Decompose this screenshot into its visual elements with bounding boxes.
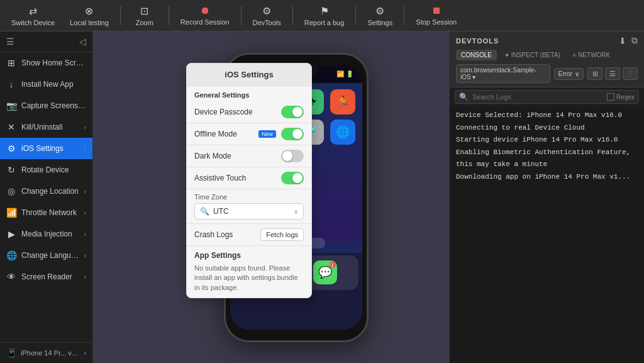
search-input[interactable] bbox=[472, 93, 603, 101]
sidebar-item-label: Screen Reader bbox=[21, 272, 79, 281]
app-icon-fitness[interactable]: 🏃 bbox=[330, 89, 355, 114]
regex-checkbox[interactable] bbox=[607, 93, 614, 101]
rotate-icon: ↻ bbox=[6, 165, 16, 175]
tab-inspect[interactable]: ✦ INSPECT (BETA) bbox=[499, 50, 565, 60]
local-testing-button[interactable]: ⊗ Local testing bbox=[64, 3, 115, 29]
sidebar-item-media-injection[interactable]: ▶ Media Injection › bbox=[0, 223, 92, 245]
kill-icon: ✕ bbox=[6, 122, 16, 132]
sidebar-bottom: 📱 iPhone 14 Pr... v16.0 › bbox=[0, 342, 92, 363]
devtools-header: DEVTOOLS ⬇ ⧉ CONSOLE ✦ INSPECT (BETA) ≈ … bbox=[450, 31, 644, 87]
sidebar-header: ☰ ◁ bbox=[0, 31, 92, 52]
general-settings-header: General Settings bbox=[187, 86, 311, 101]
record-session-button[interactable]: ⏺ Record Session bbox=[174, 3, 236, 28]
devtools-controls: com.browserstack.Sample-iOS ▾ Error ∨ ⊞ … bbox=[456, 64, 638, 83]
sidebar-item-kill-uninstall[interactable]: ✕ Kill/Uninstall › bbox=[0, 116, 92, 138]
home-screen-icon: ⊞ bbox=[6, 58, 16, 68]
sidebar-item-rotate-device[interactable]: ↻ Rotate Device bbox=[0, 159, 92, 181]
download-icon[interactable]: ⬇ bbox=[619, 36, 626, 46]
device-selector[interactable]: com.browserstack.Sample-iOS ▾ bbox=[456, 64, 550, 83]
stop-session-button[interactable]: ⏹ Stop Session bbox=[409, 3, 463, 28]
toolbar-divider-4 bbox=[292, 6, 293, 25]
tab-console[interactable]: CONSOLE bbox=[456, 50, 497, 60]
dark-mode-toggle[interactable] bbox=[281, 150, 304, 162]
collapse-icon[interactable]: ◁ bbox=[79, 36, 86, 47]
popout-icon[interactable]: ⧉ bbox=[631, 35, 638, 46]
screen-reader-icon: 👁 bbox=[6, 272, 16, 282]
console-line: Connecting to real Device Cloud bbox=[456, 123, 638, 134]
main-content: ☰ ◁ ⊞ Show Home Screen ↓ Install New App… bbox=[0, 31, 644, 363]
toolbar-divider-1 bbox=[120, 6, 121, 25]
dark-mode-row: Dark Mode bbox=[187, 145, 311, 167]
dock-messages[interactable]: 💬 1 bbox=[313, 260, 337, 284]
devtools-label: DevTools bbox=[253, 19, 281, 26]
assistive-touch-row: Assistive Touch bbox=[187, 167, 311, 189]
list-view-icon[interactable]: ☰ bbox=[605, 67, 620, 80]
devtools-header-icons: ⬇ ⧉ bbox=[619, 35, 638, 46]
app-icon-browserstack[interactable]: 🌐 bbox=[330, 120, 355, 145]
regex-label-text: Regex bbox=[616, 94, 635, 101]
sidebar-item-label: Kill/Uninstall bbox=[21, 123, 79, 131]
settings-button[interactable]: ⚙ Settings bbox=[361, 3, 399, 29]
toolbar-divider-6 bbox=[404, 6, 404, 25]
settings-view-icon[interactable]: ⋮ bbox=[623, 67, 638, 80]
devtools-button[interactable]: ⚙ DevTools bbox=[247, 3, 287, 29]
sidebar-item-ios-settings[interactable]: ⚙ iOS Settings › bbox=[0, 138, 92, 159]
error-level-value: Error bbox=[558, 70, 572, 77]
sidebar-item-change-language[interactable]: 🌐 Change Language › bbox=[0, 245, 92, 266]
device-passcode-toggle[interactable] bbox=[281, 106, 304, 118]
chevron-right-icon: › bbox=[84, 209, 86, 216]
devtools-panel: DEVTOOLS ⬇ ⧉ CONSOLE ✦ INSPECT (BETA) ≈ … bbox=[449, 31, 644, 363]
error-level-selector[interactable]: Error ∨ bbox=[554, 68, 584, 80]
assistive-touch-toggle[interactable] bbox=[281, 172, 304, 184]
sidebar-item-screen-reader[interactable]: 👁 Screen Reader › bbox=[0, 266, 92, 288]
center-area: iOS Settings General Settings Device Pas… bbox=[93, 31, 449, 363]
report-bug-button[interactable]: ⚑ Report a bug bbox=[298, 3, 351, 29]
app-settings-header: App Settings bbox=[194, 251, 304, 260]
sidebar: ☰ ◁ ⊞ Show Home Screen ↓ Install New App… bbox=[0, 31, 93, 363]
zoom-button[interactable]: ⊡ Zoom bbox=[126, 3, 164, 29]
device-info[interactable]: 📱 iPhone 14 Pr... v16.0 › bbox=[0, 343, 92, 363]
tab-network[interactable]: ≈ NETWORK bbox=[568, 50, 615, 60]
console-line: Downloading app on iPhone 14 Pro Max v1.… bbox=[456, 172, 638, 183]
sidebar-item-label: iOS Settings bbox=[21, 144, 79, 153]
grid-view-icon[interactable]: ⊞ bbox=[587, 67, 602, 80]
offline-mode-toggle[interactable] bbox=[281, 128, 304, 140]
location-icon: ◎ bbox=[6, 186, 16, 196]
toolbar-divider-2 bbox=[169, 6, 169, 25]
zoom-icon: ⊡ bbox=[140, 5, 148, 17]
chevron-right-icon: › bbox=[84, 145, 86, 152]
language-icon: 🌐 bbox=[6, 250, 16, 260]
chevron-right-icon: › bbox=[84, 124, 86, 131]
timezone-select[interactable]: 🔍 UTC ∨ bbox=[194, 203, 304, 220]
device-icon: 📱 bbox=[6, 348, 17, 358]
switch-device-button[interactable]: ⇄ Switch Device bbox=[5, 3, 61, 29]
sidebar-item-install-new-app[interactable]: ↓ Install New App bbox=[0, 74, 92, 95]
chevron-right-icon: › bbox=[84, 274, 86, 281]
device-passcode-row: Device Passcode bbox=[187, 101, 311, 123]
search-icon: 🔍 bbox=[200, 207, 209, 216]
sidebar-item-label: Change Location bbox=[21, 187, 79, 196]
chevron-right-icon: › bbox=[84, 252, 86, 259]
report-bug-label: Report a bug bbox=[304, 19, 345, 26]
regex-option: Regex bbox=[607, 93, 635, 101]
ios-settings-title: iOS Settings bbox=[187, 64, 311, 86]
app-settings-text: No suitable apps found. Please install a… bbox=[194, 264, 304, 293]
console-line: Starting device iPhone 14 Pro Max v16.0 bbox=[456, 135, 638, 146]
sidebar-item-change-location[interactable]: ◎ Change Location › bbox=[0, 181, 92, 202]
sidebar-item-label: Install New App bbox=[21, 80, 86, 89]
sidebar-item-show-home-screen[interactable]: ⊞ Show Home Screen bbox=[0, 52, 92, 74]
sidebar-item-label: Rotate Device bbox=[21, 165, 86, 174]
app-settings-section: App Settings No suitable apps found. Ple… bbox=[187, 246, 311, 298]
record-icon: ⏺ bbox=[200, 5, 210, 16]
network-icon: 📶 bbox=[6, 208, 16, 218]
hamburger-icon[interactable]: ☰ bbox=[6, 36, 14, 47]
sidebar-item-label: Media Injection bbox=[21, 230, 79, 238]
fetch-logs-button[interactable]: Fetch logs bbox=[260, 228, 304, 241]
chevron-right-icon: › bbox=[84, 231, 86, 238]
sidebar-item-throttle-network[interactable]: 📶 Throttle Network › bbox=[0, 202, 92, 223]
timezone-value: UTC bbox=[213, 207, 290, 216]
sidebar-item-capture-screenshot[interactable]: 📷 Capture Screenshot bbox=[0, 95, 92, 116]
ios-settings-panel: iOS Settings General Settings Device Pas… bbox=[186, 63, 312, 298]
stop-session-icon: ⏹ bbox=[431, 5, 441, 16]
sidebar-item-label: Capture Screenshot bbox=[21, 101, 86, 110]
